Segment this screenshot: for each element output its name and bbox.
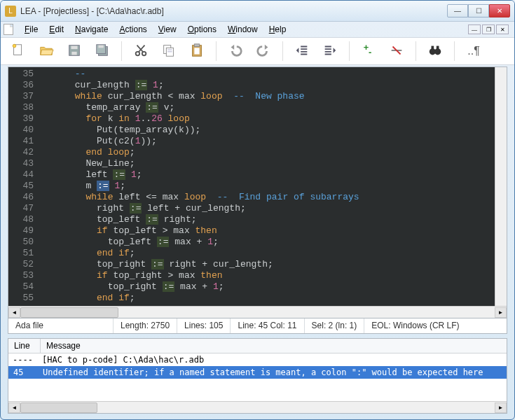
indent-button[interactable] <box>318 40 342 62</box>
save-all-icon <box>95 43 110 60</box>
folder-open-icon <box>39 43 54 60</box>
save-button[interactable] <box>62 40 86 62</box>
cut-button[interactable] <box>129 40 153 62</box>
menu-actions[interactable]: Actions <box>114 23 152 36</box>
show-whitespace-button[interactable]: ..¶ <box>462 40 486 62</box>
new-file-button[interactable] <box>6 40 30 62</box>
title-bar: L LEA - [Projectless] - [C:\Ada\hac\r.ad… <box>1 1 514 22</box>
redo-icon <box>256 43 271 60</box>
code-area[interactable]: -- cur_length := 1; while cur_length < m… <box>39 67 495 306</box>
outdent-icon <box>294 43 310 60</box>
status-bar: Ada file Length: 2750 Lines: 105 Line: 4… <box>8 318 507 334</box>
svg-rect-32 <box>432 46 434 50</box>
paste-button[interactable] <box>185 40 209 62</box>
clear-bookmark-icon <box>389 43 404 60</box>
binoculars-icon <box>427 43 443 60</box>
app-icon: L <box>5 6 16 17</box>
svg-rect-11 <box>166 48 173 56</box>
menu-navigate[interactable]: Navigate <box>69 23 114 36</box>
copy-button[interactable] <box>157 40 181 62</box>
status-lines: Lines: 105 <box>177 318 231 333</box>
find-button[interactable] <box>423 40 447 62</box>
window-title: LEA - [Projectless] - [C:\Ada\hac\r.adb] <box>20 6 164 16</box>
mdi-close-button[interactable]: ✕ <box>496 24 509 34</box>
editor-horizontal-scrollbar[interactable]: ◄ ► <box>8 306 507 318</box>
new-file-icon <box>11 43 26 60</box>
outdent-button[interactable] <box>290 40 314 62</box>
maximize-button[interactable]: ☐ <box>468 4 489 18</box>
menu-view[interactable]: View <box>153 23 182 36</box>
status-filetype: Ada file <box>8 318 114 333</box>
svg-rect-7 <box>99 45 104 48</box>
status-length: Length: 2750 <box>114 318 177 333</box>
svg-rect-33 <box>437 46 439 50</box>
toolbar: +- ..¶ <box>1 37 514 65</box>
save-icon <box>67 43 82 60</box>
messages-horizontal-scrollbar[interactable]: ◄ ► <box>8 401 507 413</box>
undo-button[interactable] <box>224 40 247 62</box>
redo-button[interactable] <box>252 40 275 62</box>
scissors-icon <box>133 43 149 60</box>
document-icon <box>4 24 13 35</box>
vertical-scrollbar[interactable] <box>495 67 507 306</box>
svg-rect-16 <box>194 48 199 54</box>
menu-help[interactable]: Help <box>263 23 292 36</box>
close-button[interactable]: ✕ <box>489 4 510 18</box>
status-position: Line: 45 Col: 11 <box>231 318 304 333</box>
undo-icon <box>228 43 243 60</box>
svg-rect-3 <box>71 46 77 49</box>
messages-header: Line Message <box>8 339 507 354</box>
svg-rect-4 <box>71 51 76 55</box>
line-gutter: 3536373839404142434445464748495051525354… <box>8 67 39 306</box>
svg-text:+: + <box>364 43 369 52</box>
menu-bar: File Edit Navigate Actions View Options … <box>1 22 514 37</box>
status-eol: EOL: Windows (CR LF) <box>364 318 507 333</box>
svg-point-1 <box>13 44 16 48</box>
editor: 3536373839404142434445464748495051525354… <box>8 66 507 318</box>
bookmark-toggle-button[interactable]: +- <box>357 40 380 62</box>
message-row[interactable]: ----[HAC to p-code] C:\Ada\hac\r.adb <box>8 354 507 366</box>
mdi-restore-button[interactable]: ❐ <box>482 24 495 34</box>
menu-options[interactable]: Options <box>182 23 222 36</box>
copy-icon <box>161 43 177 60</box>
save-all-button[interactable] <box>90 40 114 62</box>
bookmark-clear-button[interactable] <box>385 40 408 62</box>
clipboard-icon <box>189 43 205 60</box>
svg-rect-15 <box>194 43 199 46</box>
messages-body[interactable]: ----[HAC to p-code] C:\Ada\hac\r.adb45Un… <box>8 354 507 401</box>
pilcrow-icon: ..¶ <box>467 45 479 57</box>
menu-edit[interactable]: Edit <box>43 23 69 36</box>
menu-file[interactable]: File <box>19 23 43 36</box>
menu-window[interactable]: Window <box>222 23 263 36</box>
minimize-button[interactable]: — <box>447 4 468 18</box>
message-row[interactable]: 45Undefined identifier; if a named state… <box>8 366 507 379</box>
messages-panel: Line Message ----[HAC to p-code] C:\Ada\… <box>8 338 507 414</box>
svg-text:-: - <box>369 47 371 57</box>
messages-header-line[interactable]: Line <box>8 339 41 353</box>
mdi-minimize-button[interactable]: — <box>468 24 481 34</box>
plus-minus-icon: +- <box>361 43 376 60</box>
indent-icon <box>322 43 338 60</box>
status-selection: Sel: 2 (ln: 1) <box>305 318 365 333</box>
open-button[interactable] <box>34 40 58 62</box>
messages-header-message[interactable]: Message <box>41 339 507 353</box>
